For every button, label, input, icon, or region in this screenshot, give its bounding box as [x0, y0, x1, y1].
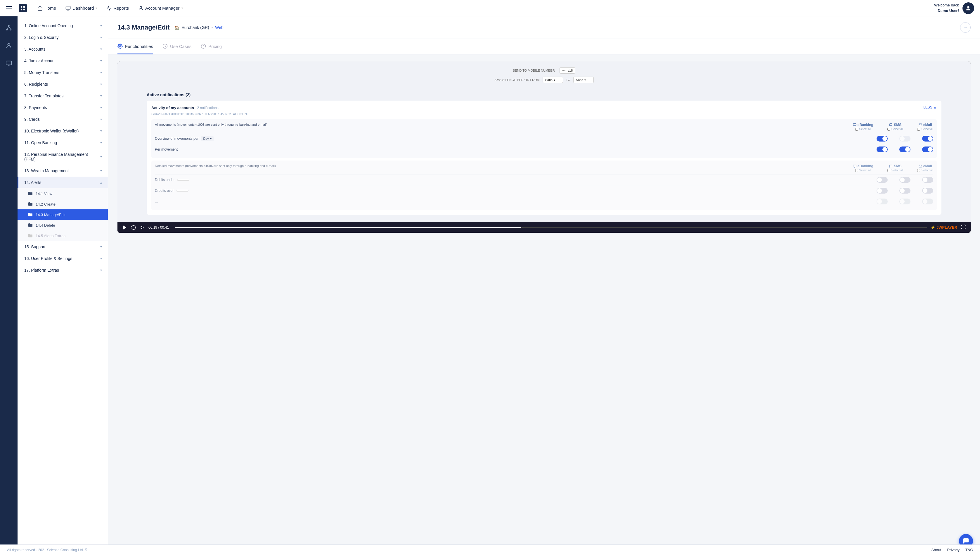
- avatar[interactable]: [962, 2, 974, 14]
- volume-button[interactable]: [140, 225, 145, 230]
- toggle-overview-sms[interactable]: [899, 136, 910, 141]
- chevron-icon-12: ▾: [100, 155, 102, 159]
- toggle-movement-sms[interactable]: [899, 146, 910, 152]
- tab-use-cases[interactable]: Use Cases: [163, 39, 191, 55]
- toggle-credits-ebanking[interactable]: [876, 188, 888, 194]
- submenu-14-1[interactable]: 14.1 View: [18, 188, 108, 199]
- svg-point-9: [8, 26, 10, 27]
- svg-rect-15: [6, 61, 11, 65]
- submenu-14-5[interactable]: 14.5 Alerts Extras: [18, 230, 108, 241]
- notification-card-1: Activity of my accounts 2 notifications …: [147, 101, 942, 215]
- toggle-credits-sms[interactable]: [899, 188, 910, 194]
- submenu-14-4[interactable]: 14.4 Delete: [18, 220, 108, 230]
- footer-about[interactable]: About: [931, 548, 941, 552]
- menu-item-15[interactable]: 15. Support ▾: [18, 241, 108, 253]
- menu-item-17[interactable]: 17. Platform Extras ▾: [18, 264, 108, 276]
- menu-item-16[interactable]: 16. User Profile & Settings ▾: [18, 253, 108, 264]
- svg-rect-0: [21, 6, 22, 7]
- chevron-icon-1: ▾: [100, 24, 102, 28]
- menu-item-10[interactable]: 10. Electronic Wallet (eWallet) ▾: [18, 125, 108, 137]
- select-all-sms[interactable]: Select all: [887, 127, 903, 131]
- footer-links: About Privacy T&C: [931, 548, 973, 552]
- toggle-extra-ebanking[interactable]: [876, 199, 888, 204]
- more-options-button[interactable]: ···: [960, 22, 970, 33]
- nav-dashboard[interactable]: Dashboard ▾: [62, 4, 101, 13]
- nav-home[interactable]: Home: [34, 4, 59, 13]
- toggle-debits-sms[interactable]: [899, 177, 910, 183]
- footer-privacy[interactable]: Privacy: [947, 548, 959, 552]
- footer-tandc[interactable]: T&C: [966, 548, 973, 552]
- chevron-icon-10: ▾: [100, 129, 102, 133]
- day-select[interactable]: Day ▾: [201, 136, 214, 141]
- sidebar-icon-screen[interactable]: [3, 58, 14, 70]
- hamburger-menu[interactable]: [6, 6, 12, 10]
- submenu-14-3[interactable]: 14.3 Manage/Edit: [18, 209, 108, 220]
- submenu-14-2[interactable]: 14.2 Create: [18, 199, 108, 209]
- select-all-email-2[interactable]: Select all: [917, 169, 933, 172]
- col-header-ebanking: eBanking Select all: [853, 123, 873, 131]
- nav-account-manager[interactable]: Account Manager ▾: [135, 4, 186, 13]
- chevron-icon-6: ▾: [100, 82, 102, 86]
- toggle-extra-sms[interactable]: [899, 199, 910, 204]
- nav-reports[interactable]: Reports: [103, 4, 133, 13]
- svg-rect-4: [66, 6, 70, 10]
- chevron-icon-15: ▾: [100, 245, 102, 249]
- credits-input[interactable]: [176, 190, 189, 191]
- progress-bar[interactable]: [175, 227, 927, 228]
- select-all-sms-2[interactable]: Select all: [887, 169, 903, 172]
- home-icon[interactable]: 🏠: [174, 25, 179, 30]
- toggle-debits-email[interactable]: [922, 177, 933, 183]
- debits-input[interactable]: [177, 179, 189, 181]
- toggle-credits-email[interactable]: [922, 188, 933, 194]
- col-header-ebanking-2: eBanking Select all: [853, 164, 873, 172]
- menu-item-9[interactable]: 9. Cards ▾: [18, 114, 108, 125]
- play-button[interactable]: [122, 225, 127, 230]
- fullscreen-button[interactable]: [961, 224, 966, 230]
- sidebar-icon-user[interactable]: [3, 40, 14, 52]
- chevron-down-icon-2: ▾: [584, 79, 586, 82]
- welcome-text: Welcome back Demo User!: [934, 3, 959, 13]
- select-all-ebanking[interactable]: Select all: [855, 127, 871, 131]
- toggle-extra-email[interactable]: [922, 199, 933, 204]
- tab-functionalities[interactable]: Functionalities: [117, 39, 153, 55]
- mobile-number-input[interactable]: ·······/18: [560, 67, 576, 74]
- menu-item-7[interactable]: 7. Transfer Templates ▾: [18, 90, 108, 102]
- copyright-text: All rights reserved - 2021 Scientia Cons…: [7, 548, 87, 552]
- select-all-ebanking-2[interactable]: Select all: [855, 169, 871, 172]
- toggle-overview-ebanking[interactable]: [876, 136, 888, 141]
- silence-from-select[interactable]: Sans ▾: [543, 77, 563, 83]
- menu-item-8[interactable]: 8. Payments ▾: [18, 102, 108, 114]
- chevron-day-icon: ▾: [210, 137, 211, 140]
- breadcrumb: 🏠 Eurobank (GR) - Web: [174, 25, 224, 30]
- toggle-movement-ebanking[interactable]: [876, 146, 888, 152]
- tab-pricing[interactable]: Pricing: [201, 39, 222, 55]
- menu-item-5[interactable]: 5. Money Transfers ▾: [18, 67, 108, 79]
- menu-item-11[interactable]: 11. Open Banking ▾: [18, 137, 108, 149]
- menu-item-1[interactable]: 1. Online Account Opening ▾: [18, 20, 108, 32]
- toggle-debits-ebanking[interactable]: [876, 177, 888, 183]
- toggle-overview-email[interactable]: [922, 136, 933, 141]
- menu-item-14[interactable]: 14. Alerts ▴: [18, 176, 108, 188]
- row-toggles-credits: [876, 188, 933, 194]
- svg-rect-2: [21, 8, 22, 10]
- video-content: SEND TO MOBILE NUMBER ·······/18 SMS SIL…: [117, 61, 970, 222]
- menu-item-12[interactable]: 12. Personal Finance Management (PFM) ▾: [18, 149, 108, 165]
- menu-item-13[interactable]: 13. Wealth Management ▾: [18, 165, 108, 176]
- select-all-email[interactable]: Select all: [917, 127, 933, 131]
- chevron-icon-4: ▾: [100, 59, 102, 63]
- video-controls: 00:19 / 00:41 ⚡ JWPLAYER: [117, 222, 970, 233]
- video-player: SEND TO MOBILE NUMBER ·······/18 SMS SIL…: [117, 61, 970, 233]
- sidebar-icon-network[interactable]: [3, 22, 14, 34]
- less-button[interactable]: LESS ▲: [923, 105, 937, 109]
- rewind-button[interactable]: [131, 225, 136, 230]
- silence-to-select[interactable]: Sans ▾: [573, 77, 594, 83]
- toggle-movement-email[interactable]: [922, 146, 933, 152]
- chevron-icon-7: ▾: [100, 94, 102, 98]
- svg-marker-27: [123, 225, 126, 229]
- menu-item-6[interactable]: 6. Recipients ▾: [18, 79, 108, 90]
- col-header-email-2: eMail Select all: [917, 164, 933, 172]
- icon-sidebar: [0, 16, 18, 555]
- menu-item-4[interactable]: 4. Junior Account ▾: [18, 55, 108, 67]
- menu-item-2[interactable]: 2. Login & Security ▾: [18, 32, 108, 43]
- menu-item-3[interactable]: 3. Accounts ▾: [18, 43, 108, 55]
